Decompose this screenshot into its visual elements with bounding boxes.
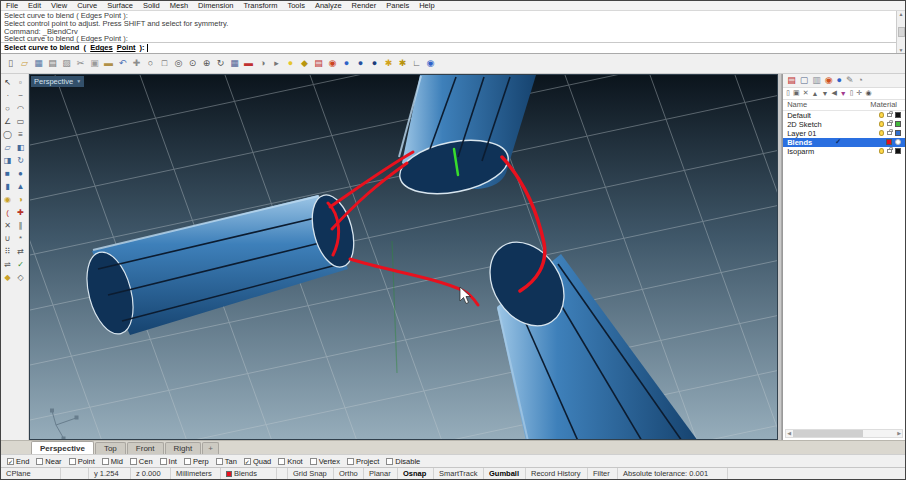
mirror-icon[interactable]: ⇌: [1, 258, 14, 271]
prompt-option-point[interactable]: Point: [117, 43, 136, 52]
menu-item[interactable]: Edit: [23, 1, 46, 10]
display-tab-icon[interactable]: ▢: [800, 75, 809, 85]
ellipse-icon[interactable]: ◯: [1, 128, 14, 141]
render-tab-icon[interactable]: ◉: [825, 75, 833, 85]
checkbox[interactable]: [184, 458, 191, 465]
checkbox[interactable]: [347, 458, 354, 465]
layer-visibility-bulb-icon[interactable]: [879, 148, 884, 154]
panel-help-icon[interactable]: ◉: [865, 89, 871, 97]
lamp-icon[interactable]: ●: [284, 56, 297, 71]
osnap-toggle[interactable]: Knot: [278, 457, 302, 466]
sphere-icon[interactable]: ●: [14, 167, 27, 180]
layer-row[interactable]: Blends ✓: [783, 138, 905, 147]
status-segment[interactable]: Filter: [588, 468, 618, 479]
rotate-view-icon[interactable]: ↻: [214, 56, 227, 71]
panel-scrollbar[interactable]: ◀ ▶: [785, 429, 903, 438]
layer-row[interactable]: Default ✓: [783, 111, 905, 120]
osnap-toggle[interactable]: Vertex: [310, 457, 340, 466]
osnap-toggle[interactable]: Point: [69, 457, 95, 466]
status-segment[interactable]: Millimeters: [171, 468, 221, 479]
scroll-up-icon[interactable]: ▲: [899, 11, 904, 17]
shaded-view-icon[interactable]: ▬: [242, 56, 255, 71]
status-segment[interactable]: Record History: [526, 468, 588, 479]
render-sphere-icon[interactable]: ●: [340, 56, 353, 71]
layer-row[interactable]: Layer 01 ✓: [783, 129, 905, 138]
cone-icon[interactable]: ▲: [14, 180, 27, 193]
render-full-icon[interactable]: ●: [368, 56, 381, 71]
status-segment[interactable]: Grid Snap: [288, 468, 334, 479]
osnap-toggle[interactable]: Perp: [184, 457, 209, 466]
cplane-tool-icon[interactable]: ∟: [410, 56, 423, 71]
menu-item[interactable]: View: [46, 1, 72, 10]
osnap-toggle[interactable]: Near: [36, 457, 61, 466]
layer-row[interactable]: Isoparm ✓: [783, 147, 905, 156]
offset-icon[interactable]: ≡: [14, 128, 27, 141]
status-segment[interactable]: Absolute tolerance: 0.001: [618, 468, 728, 479]
command-history[interactable]: ▲ ▼ Select curve to blend ( Edges Point …: [1, 11, 905, 43]
left-tube[interactable]: [79, 190, 361, 339]
scroll-down-icon[interactable]: ▼: [899, 47, 904, 53]
menu-item[interactable]: Surface: [102, 1, 138, 10]
save-icon[interactable]: ▦: [32, 56, 45, 71]
osnap-toggle[interactable]: Tan: [216, 457, 237, 466]
menu-item[interactable]: Help: [414, 1, 439, 10]
misc-tool-icon[interactable]: ◇: [14, 271, 27, 284]
menu-item[interactable]: Transform: [239, 1, 283, 10]
boolean-difference-icon[interactable]: ◑: [14, 193, 27, 206]
viewport-canvas[interactable]: [30, 75, 778, 440]
viewport-tab[interactable]: Perspective: [31, 441, 94, 454]
menu-item[interactable]: Solid: [138, 1, 165, 10]
zoom-dynamic-icon[interactable]: ◎: [172, 56, 185, 71]
viewport-title[interactable]: Perspective ▼: [31, 76, 84, 87]
layer-lock-icon[interactable]: [887, 113, 892, 117]
hide-object-icon[interactable]: ◑: [256, 56, 269, 71]
paste-icon[interactable]: ▬: [102, 56, 115, 71]
tools-wrench-icon[interactable]: ✛: [857, 89, 863, 97]
render-preview-icon[interactable]: ●: [354, 56, 367, 71]
command-scrollbar[interactable]: ▲ ▼: [896, 11, 905, 53]
show-object-icon[interactable]: ▸: [270, 56, 283, 71]
zoom-window-icon[interactable]: □: [158, 56, 171, 71]
rectangle-icon[interactable]: ▭: [14, 115, 27, 128]
checkbox[interactable]: [278, 458, 285, 465]
curve-tools-icon[interactable]: ✱: [382, 56, 395, 71]
scroll-left-icon[interactable]: ◀: [786, 430, 792, 436]
scroll-thumb[interactable]: [793, 430, 863, 437]
checkbox[interactable]: [36, 458, 43, 465]
status-segment[interactable]: Gumball: [484, 468, 526, 479]
layer-lock-icon[interactable]: [887, 122, 892, 126]
osnap-toggle[interactable]: Mid: [102, 457, 123, 466]
scroll-right-icon[interactable]: ▶: [896, 430, 902, 436]
join-icon[interactable]: ∪: [1, 232, 14, 245]
menu-item[interactable]: Analyze: [310, 1, 347, 10]
menu-item[interactable]: Curve: [72, 1, 102, 10]
new-sublayer-icon[interactable]: ▣: [793, 89, 800, 97]
extrude-icon[interactable]: ◨: [1, 154, 14, 167]
layer-visibility-bulb-icon[interactable]: [879, 112, 884, 118]
gumball-tool-icon[interactable]: ◆: [1, 271, 14, 284]
layer-lock-icon[interactable]: [887, 149, 892, 153]
point-icon[interactable]: ∙: [1, 89, 14, 102]
checkbox[interactable]: [130, 458, 137, 465]
layer-state-icon[interactable]: ▤: [312, 56, 325, 71]
checkbox[interactable]: [160, 458, 167, 465]
surface-icon[interactable]: ▱: [1, 141, 14, 154]
status-segment[interactable]: SmartTrack: [434, 468, 484, 479]
scroll-thumb[interactable]: [898, 27, 905, 37]
help-icon[interactable]: ◉: [424, 56, 437, 71]
pan-icon[interactable]: ✚: [130, 56, 143, 71]
materials-tab-icon[interactable]: ●: [837, 75, 842, 85]
top-tube[interactable]: [395, 75, 536, 202]
array-icon[interactable]: ⠿: [1, 245, 14, 258]
status-segment[interactable]: [728, 468, 905, 479]
copy-icon[interactable]: ▣: [88, 56, 101, 71]
select-points-icon[interactable]: ▫: [14, 76, 27, 89]
status-segment[interactable]: [277, 468, 288, 479]
print-icon[interactable]: ▤: [46, 56, 59, 71]
viewport-tab[interactable]: Right: [165, 442, 202, 454]
prompt-option-edges[interactable]: Edges: [90, 43, 113, 52]
split-icon[interactable]: ∥: [14, 219, 27, 232]
layer-color-swatch[interactable]: [895, 121, 901, 127]
bottom-right-tube[interactable]: [475, 228, 698, 440]
checkbox[interactable]: [216, 458, 223, 465]
